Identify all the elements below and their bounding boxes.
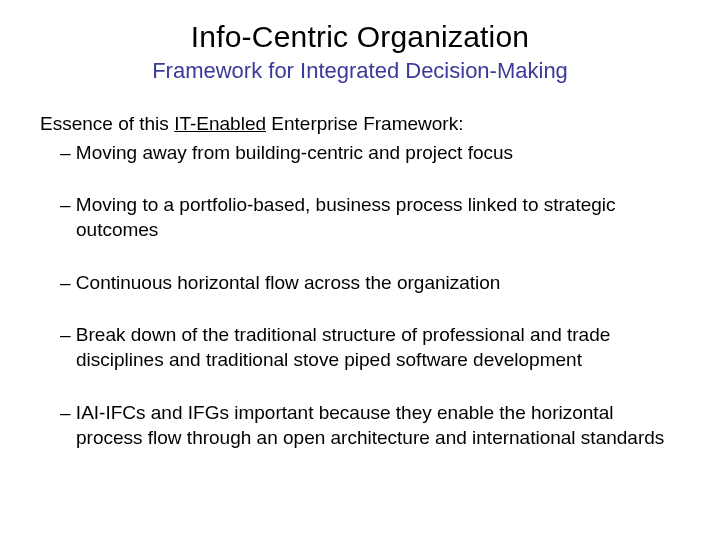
dash-icon: – bbox=[60, 142, 76, 163]
lead-post: Enterprise Framework: bbox=[266, 113, 463, 134]
slide-title: Info-Centric Organization bbox=[40, 20, 680, 54]
lead-pre: Essence of this bbox=[40, 113, 174, 134]
bullet-text: Moving away from building-centric and pr… bbox=[76, 142, 513, 163]
list-item: – Continuous horizontal flow across the … bbox=[40, 271, 680, 296]
bullet-list: – Moving away from building-centric and … bbox=[40, 141, 680, 451]
dash-icon: – bbox=[60, 272, 76, 293]
bullet-text: Moving to a portfolio-based, business pr… bbox=[76, 194, 616, 240]
list-item: – Moving to a portfolio-based, business … bbox=[40, 193, 680, 242]
list-item: – IAI-IFCs and IFGs important because th… bbox=[40, 401, 680, 450]
bullet-text: Break down of the traditional structure … bbox=[76, 324, 610, 370]
dash-icon: – bbox=[60, 194, 76, 215]
slide-subtitle: Framework for Integrated Decision-Making bbox=[40, 58, 680, 84]
list-item: – Moving away from building-centric and … bbox=[40, 141, 680, 166]
list-item: – Break down of the traditional structur… bbox=[40, 323, 680, 372]
lead-line: Essence of this IT-Enabled Enterprise Fr… bbox=[40, 112, 680, 137]
slide: Info-Centric Organization Framework for … bbox=[0, 0, 720, 540]
dash-icon: – bbox=[60, 402, 76, 423]
bullet-text: Continuous horizontal flow across the or… bbox=[76, 272, 501, 293]
lead-underlined: IT-Enabled bbox=[174, 113, 266, 134]
dash-icon: – bbox=[60, 324, 76, 345]
bullet-text: IAI-IFCs and IFGs important because they… bbox=[76, 402, 664, 448]
